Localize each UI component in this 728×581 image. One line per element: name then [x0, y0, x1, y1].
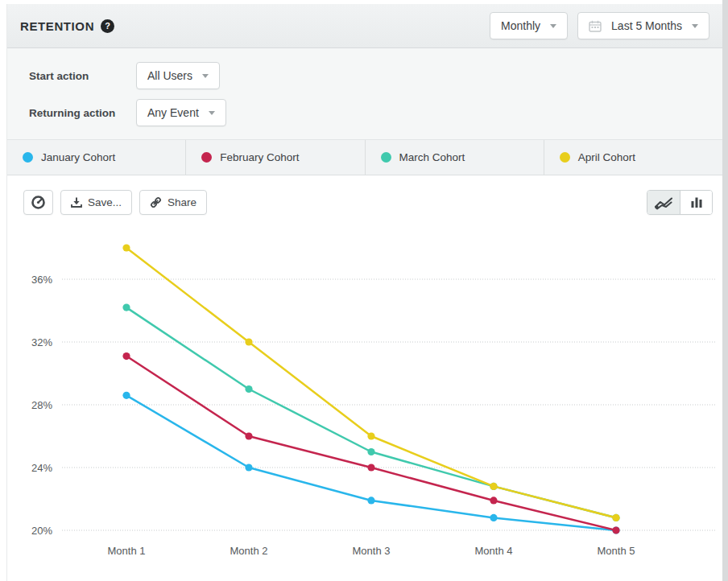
- legend-item-february[interactable]: February Cohort: [186, 140, 365, 175]
- x-tick-label: Month 2: [230, 545, 268, 557]
- bar-chart-icon: [690, 196, 703, 208]
- cohort-legend: January Cohort February Cohort March Coh…: [7, 140, 722, 175]
- start-action-label: Start action: [29, 70, 136, 82]
- calendar-icon: [589, 20, 602, 32]
- report-header: RETENTION ? Monthly Last 5 Months: [7, 4, 722, 48]
- legend-dot: [381, 152, 391, 163]
- returning-action-dropdown[interactable]: Any Event: [136, 99, 226, 126]
- x-tick-label: Month 5: [598, 545, 635, 557]
- right-edge-gutter: [722, 0, 728, 581]
- bar-chart-toggle-button[interactable]: [680, 191, 712, 214]
- legend-dot: [23, 152, 33, 163]
- save-label: Save...: [88, 196, 122, 208]
- start-action-dropdown[interactable]: All Users: [136, 62, 220, 89]
- granularity-dropdown[interactable]: Monthly: [490, 12, 568, 39]
- data-point[interactable]: [490, 483, 497, 490]
- legend-label: March Cohort: [399, 151, 465, 163]
- data-point[interactable]: [245, 464, 252, 471]
- date-range-dropdown[interactable]: Last 5 Months: [577, 12, 709, 39]
- chart-card: Save... Share: [7, 175, 722, 573]
- y-tick-label: 32%: [31, 336, 52, 348]
- series-line-2: [126, 307, 616, 517]
- data-point[interactable]: [245, 385, 252, 393]
- share-label: Share: [168, 196, 196, 208]
- x-tick-label: Month 1: [108, 545, 146, 557]
- y-tick-label: 24%: [31, 462, 52, 474]
- granularity-value: Monthly: [501, 19, 540, 32]
- page-title: RETENTION: [20, 19, 94, 33]
- data-point[interactable]: [122, 304, 130, 311]
- legend-dot: [201, 152, 212, 163]
- x-tick-label: Month 4: [475, 545, 513, 557]
- data-point[interactable]: [122, 392, 130, 399]
- dashboard-gauge-button[interactable]: [23, 190, 53, 215]
- x-tick-label: Month 3: [353, 545, 391, 557]
- data-point[interactable]: [367, 432, 374, 439]
- header-controls: Monthly Last 5 Months: [490, 12, 709, 39]
- date-range-value: Last 5 Months: [611, 19, 682, 32]
- returning-action-row: Returning action Any Event: [29, 99, 722, 126]
- legend-label: February Cohort: [220, 151, 299, 163]
- save-button[interactable]: Save...: [60, 190, 132, 215]
- retention-report-panel: RETENTION ? Monthly Last 5 Months: [6, 4, 722, 581]
- chevron-down-icon: [209, 111, 215, 115]
- data-point[interactable]: [245, 338, 252, 345]
- chevron-down-icon: [550, 24, 556, 28]
- returning-action-label: Returning action: [29, 107, 136, 119]
- y-tick-label: 28%: [31, 399, 52, 411]
- download-icon: [71, 197, 82, 208]
- data-point[interactable]: [367, 448, 374, 455]
- share-button[interactable]: Share: [139, 190, 207, 215]
- help-icon[interactable]: ?: [101, 19, 114, 33]
- data-point[interactable]: [122, 352, 130, 360]
- link-icon: [150, 196, 162, 208]
- filters-section: Start action All Users Returning action …: [7, 48, 722, 140]
- data-point[interactable]: [490, 497, 497, 504]
- chart-type-toggle: [647, 190, 713, 215]
- data-point[interactable]: [612, 526, 619, 534]
- legend-item-january[interactable]: January Cohort: [7, 140, 186, 175]
- chevron-down-icon: [202, 74, 209, 78]
- y-tick-label: 36%: [31, 274, 52, 286]
- gauge-icon: [31, 196, 46, 209]
- legend-label: January Cohort: [41, 151, 115, 163]
- legend-item-march[interactable]: March Cohort: [366, 140, 544, 175]
- series-line-0: [126, 395, 616, 530]
- start-action-row: Start action All Users: [29, 62, 722, 89]
- y-tick-label: 20%: [31, 525, 52, 537]
- line-chart-toggle-button[interactable]: [647, 191, 680, 214]
- data-point[interactable]: [122, 244, 130, 251]
- data-point[interactable]: [367, 497, 374, 504]
- line-chart-icon: [654, 196, 673, 210]
- data-point[interactable]: [612, 514, 619, 521]
- returning-action-value: Any Event: [147, 106, 199, 119]
- chevron-down-icon: [692, 24, 698, 28]
- chart-toolbar: Save... Share: [7, 175, 722, 215]
- legend-item-april[interactable]: April Cohort: [544, 140, 722, 175]
- data-point[interactable]: [367, 464, 374, 471]
- data-point[interactable]: [490, 514, 497, 521]
- series-line-3: [126, 248, 616, 517]
- start-action-value: All Users: [147, 69, 192, 82]
- legend-label: April Cohort: [578, 151, 635, 163]
- data-point[interactable]: [245, 432, 252, 439]
- legend-dot: [560, 152, 570, 163]
- retention-line-chart: 36%32%28%24%20%Month 1Month 2Month 3Mont…: [7, 225, 723, 572]
